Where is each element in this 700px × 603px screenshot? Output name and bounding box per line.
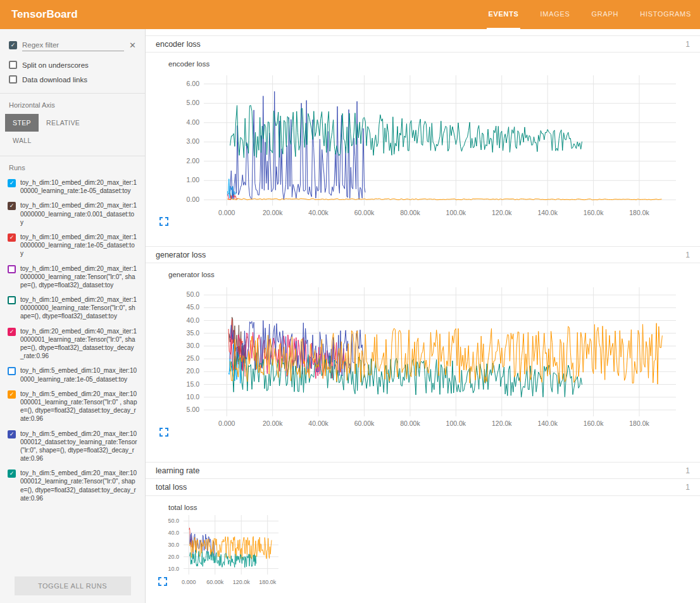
svg-text:120.0k: 120.0k [492, 420, 512, 427]
run-checkbox-5[interactable]: ✓ [8, 328, 16, 336]
run-row: toy_h_dim:5_embed_dim:10_max_iter:100000… [0, 363, 145, 386]
run-label: toy_h_dim:10_embed_dim:20_max_iter:10000… [20, 178, 137, 195]
option-checkbox-1[interactable] [9, 75, 17, 84]
svg-text:3.00: 3.00 [187, 137, 200, 145]
svg-text:15.0: 15.0 [187, 380, 200, 388]
run-label: toy_h_dim:5_embed_dim:20_max_iter:100000… [20, 469, 137, 502]
svg-text:30.0: 30.0 [187, 342, 200, 349]
svg-text:40.0: 40.0 [187, 316, 200, 324]
svg-text:45.0: 45.0 [187, 303, 200, 311]
section-count: 1 [685, 483, 690, 492]
run-label: toy_h_dim:5_embed_dim:20_max_iter:100000… [20, 430, 137, 463]
svg-text:20.00k: 20.00k [263, 209, 283, 216]
svg-text:60.00k: 60.00k [206, 579, 224, 585]
section-header-generator-loss[interactable]: generator loss 1 [146, 246, 700, 263]
run-checkbox-0[interactable]: ✓ [8, 179, 16, 187]
svg-text:180.0k: 180.0k [629, 420, 649, 427]
option-row: Data download links [0, 72, 145, 87]
tab-histograms[interactable]: HISTOGRAMS [639, 0, 692, 29]
clear-filter-icon[interactable]: ✕ [129, 41, 136, 49]
axis-mode-relative[interactable]: RELATIVE [39, 114, 87, 132]
tab-events[interactable]: EVENTS [487, 0, 520, 29]
section-title: total loss [156, 483, 187, 492]
run-checkbox-1[interactable]: ✓ [8, 202, 16, 210]
svg-text:40.00k: 40.00k [308, 420, 328, 427]
series-run-teal [190, 550, 256, 568]
svg-text:180.0k: 180.0k [259, 579, 277, 585]
run-checkbox-7[interactable]: ✓ [8, 390, 16, 399]
app-title: TensorBoard [11, 8, 78, 21]
run-checkbox-3[interactable] [8, 265, 16, 273]
svg-text:60.00k: 60.00k [354, 420, 375, 427]
svg-text:10.0: 10.0 [168, 566, 179, 572]
run-row: ✓toy_h_dim:10_embed_dim:20_max_iter:1000… [0, 198, 145, 230]
run-row: ✓toy_h_dim:10_embed_dim:20_max_iter:1000… [0, 230, 145, 261]
run-checkbox-4[interactable] [8, 296, 16, 304]
run-label: toy_h_dim:10_embed_dim:20_max_iter:10000… [20, 264, 137, 290]
svg-text:0.000: 0.000 [218, 209, 235, 216]
run-row: ✓toy_h_dim:5_embed_dim:20_max_iter:10000… [0, 426, 145, 466]
encoder-loss-chart[interactable]: 0.00020.00k40.00k60.00k80.00k100.0k120.0… [154, 68, 696, 227]
run-label: toy_h_dim:10_embed_dim:20_max_iter:10000… [20, 295, 137, 321]
option-checkbox-0[interactable] [9, 61, 17, 69]
svg-text:20.0: 20.0 [187, 367, 200, 375]
svg-text:1.00: 1.00 [187, 176, 200, 183]
run-row: ✓toy_h_dim:5_embed_dim:20_max_iter:10000… [0, 387, 145, 426]
run-label: toy_h_dim:5_embed_dim:10_max_iter:100000… [20, 366, 137, 383]
runs-list: ✓toy_h_dim:10_embed_dim:20_max_iter:1000… [0, 175, 145, 506]
svg-text:5.00: 5.00 [187, 99, 200, 106]
run-label: toy_h_dim:5_embed_dim:20_max_iter:100000… [20, 390, 137, 423]
option-label: Split on underscores [22, 61, 89, 69]
horizontal-axis-label: Horizontal Axis [0, 99, 145, 113]
section-count: 1 [685, 40, 690, 49]
total-loss-chart[interactable]: 0.00060.00k120.0k180.0k10.020.030.040.05… [154, 511, 289, 590]
section-count: 1 [685, 251, 690, 259]
run-label: toy_h_dim:10_embed_dim:20_max_iter:10000… [20, 233, 137, 258]
tab-images[interactable]: IMAGES [539, 0, 572, 29]
svg-text:100.0k: 100.0k [446, 420, 466, 427]
tab-graph[interactable]: GRAPH [591, 0, 620, 29]
nav-tabs: EVENTSIMAGESGRAPHHISTOGRAMS [487, 0, 694, 29]
svg-text:140.0k: 140.0k [537, 420, 558, 427]
dashboard: encoder loss 1 encoder loss 0.00020.00k4… [146, 29, 700, 603]
svg-text:80.00k: 80.00k [400, 209, 420, 216]
expand-chart-icon[interactable] [159, 217, 168, 226]
expand-chart-icon[interactable] [158, 577, 167, 586]
run-checkbox-8[interactable]: ✓ [8, 430, 16, 438]
section-header-encoder-loss[interactable]: encoder loss 1 [146, 35, 700, 53]
run-row: ✓toy_h_dim:20_embed_dim:40_max_iter:1000… [0, 324, 145, 364]
expand-chart-icon[interactable] [159, 428, 168, 437]
section-title: learning rate [156, 466, 200, 475]
generator-loss-chart[interactable]: 0.00020.00k40.00k60.00k80.00k100.0k120.0… [154, 278, 696, 438]
svg-text:30.0: 30.0 [168, 542, 179, 548]
run-checkbox-6[interactable] [8, 367, 16, 375]
run-checkbox-9[interactable]: ✓ [8, 469, 16, 478]
option-row: Split on underscores [0, 58, 145, 72]
svg-text:0.00: 0.00 [187, 196, 200, 203]
axis-mode-wall[interactable]: WALL [5, 132, 39, 149]
svg-text:40.00k: 40.00k [308, 209, 328, 216]
svg-text:140.0k: 140.0k [537, 209, 558, 216]
app-header: TensorBoard EVENTSIMAGESGRAPHHISTOGRAMS [0, 0, 700, 29]
svg-text:100.0k: 100.0k [446, 209, 466, 216]
svg-text:0.000: 0.000 [218, 420, 235, 427]
encoder-loss-chart-card: encoder loss 0.00020.00k40.00k60.00k80.0… [146, 53, 700, 233]
axis-mode-step[interactable]: STEP [5, 114, 39, 132]
run-checkbox-2[interactable]: ✓ [8, 233, 16, 242]
horizontal-axis-buttons: STEPRELATIVEWALL [5, 114, 111, 149]
toggle-all-runs-button[interactable]: TOGGLE ALL RUNS [15, 576, 131, 595]
run-row: ✓toy_h_dim:5_embed_dim:20_max_iter:10000… [0, 466, 145, 506]
chart-title: encoder loss [168, 60, 695, 68]
total-loss-chart-card: total loss 0.00060.00k120.0k180.0k10.020… [146, 496, 700, 596]
regex-filter-input[interactable] [22, 39, 124, 51]
svg-text:50.0: 50.0 [168, 518, 179, 524]
regex-filter-checkbox[interactable]: ✓ [9, 41, 17, 49]
section-header-learning-rate[interactable]: learning rate 1 [146, 462, 700, 479]
svg-text:5.00: 5.00 [187, 406, 200, 413]
section-header-total-loss[interactable]: total loss 1 [146, 479, 700, 496]
svg-text:10.0: 10.0 [187, 393, 200, 401]
run-label: toy_h_dim:20_embed_dim:40_max_iter:10000… [20, 327, 137, 361]
sidebar: ✓ ✕ Split on underscoresData download li… [0, 29, 146, 603]
sidebar-divider [0, 93, 145, 94]
svg-text:50.0: 50.0 [187, 290, 200, 298]
